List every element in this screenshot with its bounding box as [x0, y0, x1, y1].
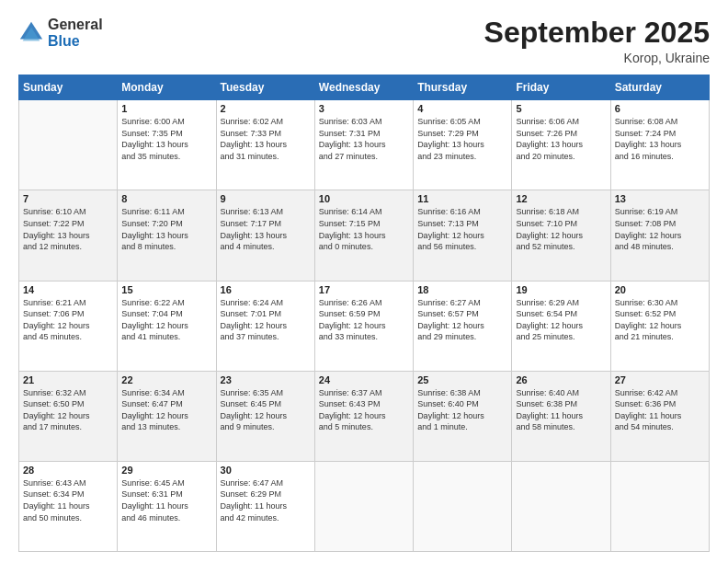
location: Korop, Ukraine: [484, 51, 710, 65]
table-row: 14Sunrise: 6:21 AM Sunset: 7:06 PM Dayli…: [19, 281, 118, 371]
day-info: Sunrise: 6:26 AM Sunset: 6:59 PM Dayligh…: [319, 297, 409, 343]
day-info: Sunrise: 6:02 AM Sunset: 7:33 PM Dayligh…: [221, 116, 311, 162]
table-row: 18Sunrise: 6:27 AM Sunset: 6:57 PM Dayli…: [414, 281, 512, 371]
header-friday: Friday: [512, 75, 610, 100]
logo-text: General Blue: [48, 17, 103, 49]
table-row: 13Sunrise: 6:19 AM Sunset: 7:08 PM Dayli…: [610, 190, 709, 281]
table-row: 11Sunrise: 6:16 AM Sunset: 7:13 PM Dayli…: [414, 190, 512, 281]
page: General Blue September 2025 Korop, Ukrai…: [0, 0, 728, 563]
header-tuesday: Tuesday: [216, 75, 314, 100]
day-number: 24: [319, 374, 409, 385]
table-row: [314, 461, 413, 551]
day-info: Sunrise: 6:18 AM Sunset: 7:10 PM Dayligh…: [516, 206, 606, 252]
logo: General Blue: [18, 17, 103, 49]
header-wednesday: Wednesday: [314, 75, 413, 100]
day-info: Sunrise: 6:03 AM Sunset: 7:31 PM Dayligh…: [319, 116, 409, 162]
day-number: 19: [516, 284, 606, 295]
table-row: 5Sunrise: 6:06 AM Sunset: 7:26 PM Daylig…: [512, 100, 610, 190]
table-row: 17Sunrise: 6:26 AM Sunset: 6:59 PM Dayli…: [314, 281, 413, 371]
table-row: 7Sunrise: 6:10 AM Sunset: 7:22 PM Daylig…: [19, 190, 118, 281]
table-row: 27Sunrise: 6:42 AM Sunset: 6:36 PM Dayli…: [610, 371, 709, 461]
day-info: Sunrise: 6:21 AM Sunset: 7:06 PM Dayligh…: [23, 297, 113, 343]
day-number: 30: [221, 465, 311, 476]
day-number: 3: [319, 103, 409, 114]
table-row: [610, 461, 709, 551]
day-info: Sunrise: 6:06 AM Sunset: 7:26 PM Dayligh…: [516, 116, 606, 162]
day-info: Sunrise: 6:30 AM Sunset: 6:52 PM Dayligh…: [615, 297, 705, 343]
calendar-week-row: 28Sunrise: 6:43 AM Sunset: 6:34 PM Dayli…: [19, 461, 710, 551]
day-number: 7: [23, 193, 113, 204]
day-number: 29: [121, 465, 211, 476]
header-sunday: Sunday: [19, 75, 118, 100]
day-info: Sunrise: 6:45 AM Sunset: 6:31 PM Dayligh…: [121, 477, 211, 523]
table-row: 12Sunrise: 6:18 AM Sunset: 7:10 PM Dayli…: [512, 190, 610, 281]
day-number: 23: [221, 374, 311, 385]
day-info: Sunrise: 6:32 AM Sunset: 6:50 PM Dayligh…: [23, 387, 113, 433]
table-row: 2Sunrise: 6:02 AM Sunset: 7:33 PM Daylig…: [216, 100, 314, 190]
table-row: 22Sunrise: 6:34 AM Sunset: 6:47 PM Dayli…: [118, 371, 216, 461]
day-number: 8: [121, 193, 211, 204]
table-row: 6Sunrise: 6:08 AM Sunset: 7:24 PM Daylig…: [610, 100, 709, 190]
table-row: 25Sunrise: 6:38 AM Sunset: 6:40 PM Dayli…: [414, 371, 512, 461]
day-info: Sunrise: 6:24 AM Sunset: 7:01 PM Dayligh…: [221, 297, 311, 343]
day-info: Sunrise: 6:29 AM Sunset: 6:54 PM Dayligh…: [516, 297, 606, 343]
table-row: 9Sunrise: 6:13 AM Sunset: 7:17 PM Daylig…: [216, 190, 314, 281]
header-saturday: Saturday: [610, 75, 709, 100]
day-number: 22: [121, 374, 211, 385]
day-info: Sunrise: 6:14 AM Sunset: 7:15 PM Dayligh…: [319, 206, 409, 252]
day-number: 9: [221, 193, 311, 204]
table-row: [414, 461, 512, 551]
table-row: 4Sunrise: 6:05 AM Sunset: 7:29 PM Daylig…: [414, 100, 512, 190]
logo-icon: [18, 20, 44, 46]
day-info: Sunrise: 6:13 AM Sunset: 7:17 PM Dayligh…: [221, 206, 311, 252]
day-info: Sunrise: 6:00 AM Sunset: 7:35 PM Dayligh…: [121, 116, 211, 162]
day-info: Sunrise: 6:47 AM Sunset: 6:29 PM Dayligh…: [221, 477, 311, 523]
day-number: 11: [417, 193, 507, 204]
day-number: 16: [221, 284, 311, 295]
day-info: Sunrise: 6:35 AM Sunset: 6:45 PM Dayligh…: [221, 387, 311, 433]
day-number: 21: [23, 374, 113, 385]
table-row: 30Sunrise: 6:47 AM Sunset: 6:29 PM Dayli…: [216, 461, 314, 551]
day-info: Sunrise: 6:11 AM Sunset: 7:20 PM Dayligh…: [121, 206, 211, 252]
table-row: 1Sunrise: 6:00 AM Sunset: 7:35 PM Daylig…: [118, 100, 216, 190]
day-number: 28: [23, 465, 113, 476]
table-row: 20Sunrise: 6:30 AM Sunset: 6:52 PM Dayli…: [610, 281, 709, 371]
table-row: 10Sunrise: 6:14 AM Sunset: 7:15 PM Dayli…: [314, 190, 413, 281]
day-info: Sunrise: 6:22 AM Sunset: 7:04 PM Dayligh…: [121, 297, 211, 343]
logo-general-text: General: [48, 17, 103, 33]
day-info: Sunrise: 6:27 AM Sunset: 6:57 PM Dayligh…: [417, 297, 507, 343]
day-info: Sunrise: 6:38 AM Sunset: 6:40 PM Dayligh…: [417, 387, 507, 433]
weekday-header-row: Sunday Monday Tuesday Wednesday Thursday…: [19, 75, 710, 100]
day-number: 20: [615, 284, 705, 295]
table-row: 15Sunrise: 6:22 AM Sunset: 7:04 PM Dayli…: [118, 281, 216, 371]
day-number: 27: [615, 374, 705, 385]
day-number: 6: [615, 103, 705, 114]
day-info: Sunrise: 6:19 AM Sunset: 7:08 PM Dayligh…: [615, 206, 705, 252]
day-info: Sunrise: 6:37 AM Sunset: 6:43 PM Dayligh…: [319, 387, 409, 433]
day-info: Sunrise: 6:42 AM Sunset: 6:36 PM Dayligh…: [615, 387, 705, 433]
day-info: Sunrise: 6:34 AM Sunset: 6:47 PM Dayligh…: [121, 387, 211, 433]
day-number: 26: [516, 374, 606, 385]
day-info: Sunrise: 6:05 AM Sunset: 7:29 PM Dayligh…: [417, 116, 507, 162]
table-row: 29Sunrise: 6:45 AM Sunset: 6:31 PM Dayli…: [118, 461, 216, 551]
title-section: September 2025 Korop, Ukraine: [484, 17, 710, 65]
day-info: Sunrise: 6:08 AM Sunset: 7:24 PM Dayligh…: [615, 116, 705, 162]
day-number: 13: [615, 193, 705, 204]
day-number: 17: [319, 284, 409, 295]
day-number: 10: [319, 193, 409, 204]
table-row: [19, 100, 118, 190]
calendar-table: Sunday Monday Tuesday Wednesday Thursday…: [18, 75, 710, 552]
table-row: 24Sunrise: 6:37 AM Sunset: 6:43 PM Dayli…: [314, 371, 413, 461]
table-row: 8Sunrise: 6:11 AM Sunset: 7:20 PM Daylig…: [118, 190, 216, 281]
header-thursday: Thursday: [414, 75, 512, 100]
table-row: 16Sunrise: 6:24 AM Sunset: 7:01 PM Dayli…: [216, 281, 314, 371]
month-title: September 2025: [484, 17, 710, 49]
day-info: Sunrise: 6:40 AM Sunset: 6:38 PM Dayligh…: [516, 387, 606, 433]
table-row: 3Sunrise: 6:03 AM Sunset: 7:31 PM Daylig…: [314, 100, 413, 190]
day-info: Sunrise: 6:43 AM Sunset: 6:34 PM Dayligh…: [23, 477, 113, 523]
logo-blue-text: Blue: [48, 33, 103, 50]
day-number: 15: [121, 284, 211, 295]
day-info: Sunrise: 6:10 AM Sunset: 7:22 PM Dayligh…: [23, 206, 113, 252]
table-row: 28Sunrise: 6:43 AM Sunset: 6:34 PM Dayli…: [19, 461, 118, 551]
header: General Blue September 2025 Korop, Ukrai…: [18, 17, 710, 65]
